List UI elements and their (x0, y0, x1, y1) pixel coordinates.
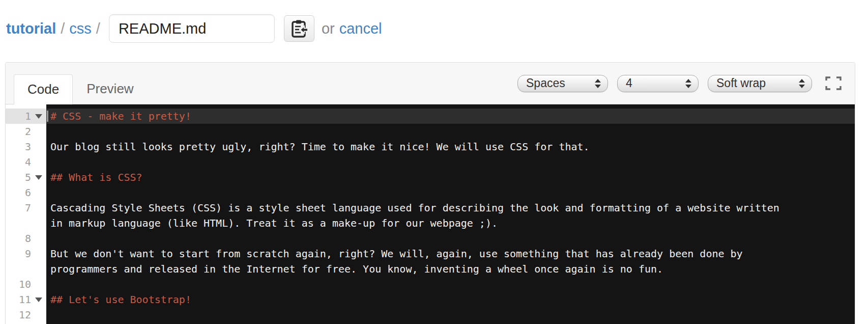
stepper-arrows-icon (685, 79, 691, 88)
line-number: 12 (6, 309, 31, 321)
gutter-row[interactable]: 8 (6, 231, 46, 246)
line-number: 7 (6, 202, 31, 214)
line-number: 11 (6, 293, 31, 306)
breadcrumb-separator: / (61, 20, 65, 37)
line-number: 5 (6, 171, 31, 183)
code-line[interactable] (46, 231, 855, 246)
filename-input[interactable] (109, 14, 275, 43)
gutter-row[interactable]: 2 (6, 124, 46, 139)
stepper-arrows-icon (799, 79, 805, 88)
gutter-row[interactable]: 7 (6, 200, 46, 215)
breadcrumb: tutorial / css / or cancel (0, 0, 868, 57)
gutter-row[interactable]: 4 (6, 154, 46, 170)
editor-lines[interactable]: # CSS - make it pretty!Our blog still lo… (46, 104, 855, 324)
code-editor[interactable]: 12345678910111213 # CSS - make it pretty… (6, 104, 855, 324)
tab-code[interactable]: Code (14, 74, 73, 104)
breadcrumb-repo-link[interactable]: tutorial (6, 20, 56, 37)
fold-arrow-icon[interactable] (35, 175, 42, 180)
line-number: 10 (6, 278, 31, 290)
line-number: 3 (6, 141, 31, 153)
code-line[interactable]: Cascading Style Sheets (CSS) is a style … (46, 200, 855, 215)
clipboard-arrow-icon (291, 19, 308, 38)
fold-arrow-icon[interactable] (35, 298, 42, 302)
code-line[interactable] (46, 307, 855, 322)
wrap-mode-value: Soft wrap (716, 76, 766, 90)
code-line[interactable] (46, 154, 855, 170)
code-line[interactable]: But we don't want to start from scratch … (46, 246, 855, 261)
gutter-row[interactable]: 6 (6, 185, 46, 200)
breadcrumb-separator: / (96, 20, 100, 37)
gutter-row[interactable]: 11 (6, 292, 46, 307)
code-line[interactable]: ## Let's use Bootstrap! (46, 292, 855, 307)
code-line[interactable]: # CSS - make it pretty! (46, 109, 855, 124)
fullscreen-button[interactable] (825, 76, 842, 90)
gutter-row[interactable]: 5 (6, 170, 46, 185)
gutter-row[interactable] (6, 261, 46, 277)
line-number: 6 (6, 186, 31, 199)
gutter-row[interactable]: 9 (6, 246, 46, 261)
editor-tabs: Code Preview (14, 63, 148, 104)
file-editor-panel: Code Preview Spaces 4 Soft wrap (5, 62, 855, 324)
code-line[interactable]: programmers and released in the Internet… (46, 261, 855, 277)
breadcrumb-dir-link[interactable]: css (69, 20, 92, 37)
line-number: 2 (6, 125, 31, 138)
gutter-row[interactable]: 12 (6, 307, 46, 322)
gutter-row[interactable]: 3 (6, 139, 46, 154)
line-number: 4 (6, 156, 31, 168)
line-number: 8 (6, 232, 31, 245)
stepper-arrows-icon (595, 79, 601, 88)
indent-mode-value: Spaces (526, 76, 565, 90)
fold-arrow-icon[interactable] (35, 114, 42, 119)
editor-gutter: 12345678910111213 (6, 104, 46, 324)
paste-filename-button[interactable] (284, 15, 314, 42)
screen-full-icon (825, 76, 842, 90)
text-cursor (47, 111, 48, 122)
code-line[interactable]: in markup language (like HTML). Treat it… (46, 215, 855, 231)
code-line[interactable] (46, 124, 855, 139)
editor-header: Code Preview Spaces 4 Soft wrap (6, 63, 855, 104)
gutter-row[interactable]: 10 (6, 277, 46, 292)
wrap-mode-select[interactable]: Soft wrap (708, 75, 812, 92)
editor-controls: Spaces 4 Soft wrap (508, 63, 855, 104)
code-line[interactable] (46, 277, 855, 292)
indent-size-select[interactable]: 4 (617, 75, 699, 92)
indent-mode-select[interactable]: Spaces (517, 75, 608, 92)
code-line[interactable] (46, 185, 855, 200)
gutter-row[interactable]: 1 (6, 109, 46, 124)
code-line[interactable]: Our blog still looks pretty ugly, right?… (46, 139, 855, 154)
indent-size-value: 4 (626, 76, 632, 90)
code-line[interactable]: ## What is CSS? (46, 170, 855, 185)
cancel-link[interactable]: cancel (339, 20, 382, 37)
line-number: 9 (6, 248, 31, 260)
gutter-row[interactable] (6, 215, 46, 231)
tab-preview[interactable]: Preview (73, 74, 147, 104)
line-number: 1 (6, 110, 31, 122)
or-text: or (322, 20, 335, 37)
